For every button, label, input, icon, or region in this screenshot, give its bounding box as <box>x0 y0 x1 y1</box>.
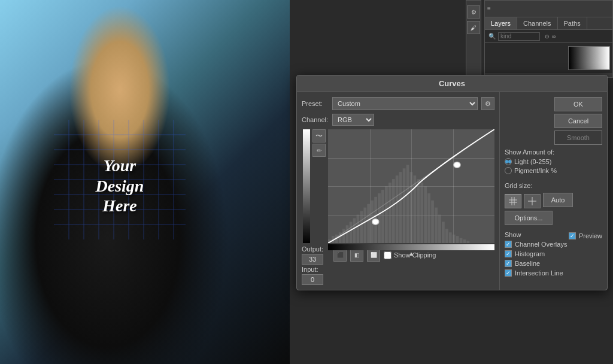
baseline-row: Baseline <box>505 260 602 267</box>
layers-toolbar: ≡ <box>485 1 612 17</box>
x-axis-area <box>328 244 494 250</box>
show-section: Show Preview Channel Overlays Histogram <box>505 231 602 279</box>
pencil-tool-button[interactable]: ✏ <box>312 144 326 157</box>
light-radio-button[interactable] <box>505 158 512 165</box>
tab-paths[interactable]: Paths <box>558 17 587 29</box>
input-label: Input: <box>302 266 329 273</box>
graph-container: ▲ <box>328 129 494 243</box>
y-axis-gradient <box>303 129 310 243</box>
filter-icon: ⊙ <box>545 34 550 40</box>
svg-point-57 <box>454 162 460 168</box>
options-button-row: Options... <box>505 211 602 225</box>
layers-search-bar: 🔍 ⊙ ∞ <box>485 30 612 43</box>
pigment-radio-button[interactable] <box>505 167 512 174</box>
output-section: Output: <box>302 245 329 265</box>
channel-row: Channel: RGB Red Green Blue <box>302 114 494 126</box>
preset-gear-button[interactable]: ⚙ <box>481 97 494 110</box>
search-input[interactable] <box>498 32 540 41</box>
layers-preview-area <box>485 43 612 73</box>
tool-panel: ⚙ 🖌 <box>466 0 481 78</box>
output-label: Output: <box>302 245 329 253</box>
channel-label: Channel: <box>302 116 329 123</box>
options-button[interactable]: Options... <box>505 211 553 225</box>
svg-point-56 <box>372 219 379 225</box>
pigment-label: Pigment/Ink % <box>514 167 557 174</box>
kind-icon: ∞ <box>552 34 556 40</box>
curves-content: Preset: Custom ⚙ Channel: RGB Red Green … <box>297 92 607 290</box>
intersection-line-label: Intersection Line <box>515 269 563 277</box>
curves-title: Curves <box>439 79 465 88</box>
curves-title-bar: Curves <box>297 75 607 92</box>
baseline-label: Baseline <box>515 260 540 267</box>
preset-select[interactable]: Custom <box>332 97 478 110</box>
auto-button[interactable]: Auto <box>543 193 573 207</box>
show-title: Show <box>505 231 521 238</box>
histogram-toggle-button[interactable]: ▲ <box>406 250 416 256</box>
grid-size-title: Grid size: <box>505 182 602 189</box>
input-value-input[interactable] <box>302 274 323 285</box>
preset-row: Preset: Custom ⚙ <box>302 97 494 110</box>
graph-area: 〜 ✏ <box>302 129 494 243</box>
channel-overlays-label: Channel Overlays <box>515 241 567 248</box>
radio-dot <box>505 160 508 163</box>
show-amount-section: Show Amount of: Light (0-255) Pigment/In… <box>505 148 602 176</box>
histogram-toggle-area: ▲ <box>328 250 494 256</box>
smooth-button[interactable]: Smooth <box>554 131 602 145</box>
main-buttons: OK Cancel Smooth <box>505 97 602 145</box>
histogram-checkbox[interactable] <box>505 250 512 257</box>
layers-tool-icon1: ≡ <box>487 5 491 12</box>
tshirt-design-text: Your Design Here <box>54 156 186 216</box>
pigment-radio-row: Pigment/Ink % <box>505 167 602 174</box>
curve-line-svg <box>328 129 494 243</box>
preview-row: Preview <box>569 232 602 239</box>
grid-buttons-group <box>505 194 541 208</box>
small-grid-icon <box>509 197 517 205</box>
graph-tools-container <box>302 129 310 243</box>
cancel-button[interactable]: Cancel <box>554 114 602 128</box>
curves-dialog: Curves Preset: Custom ⚙ Channel: RGB Red… <box>296 75 608 290</box>
brush-icon[interactable]: 🖌 <box>467 21 480 34</box>
intersection-line-checkbox[interactable] <box>505 269 512 277</box>
show-amount-title: Show Amount of: <box>505 148 602 156</box>
curves-right-panel: OK Cancel Smooth Show Amount of: Light (… <box>499 92 607 290</box>
channel-overlays-checkbox[interactable] <box>505 241 512 248</box>
tshirt-line2: Design <box>96 177 144 195</box>
output-value-input[interactable] <box>302 254 323 265</box>
preview-label: Preview <box>579 232 602 239</box>
layers-tabs: Layers Channels Paths <box>485 17 612 30</box>
intersection-line-row: Intersection Line <box>505 269 602 277</box>
grid-controls: Auto <box>505 192 602 208</box>
light-radio-row: Light (0-255) <box>505 158 602 165</box>
settings-icon[interactable]: ⚙ <box>467 5 480 19</box>
baseline-checkbox[interactable] <box>505 260 512 267</box>
ok-button[interactable]: OK <box>554 97 602 111</box>
light-label: Light (0-255) <box>514 158 551 165</box>
show-header-row: Show Preview <box>505 231 602 241</box>
histogram-label: Histogram <box>515 250 545 257</box>
small-grid-button[interactable] <box>505 194 521 208</box>
curves-graph[interactable] <box>328 129 494 243</box>
grid-size-section: Grid size: <box>505 182 602 225</box>
svg-line-55 <box>328 129 494 243</box>
x-axis-gradient <box>328 244 494 250</box>
photo-background: Your Design Here <box>0 0 299 364</box>
tab-channels[interactable]: Channels <box>517 17 557 29</box>
preview-checkbox[interactable] <box>569 232 576 239</box>
channel-overlays-row: Channel Overlays <box>505 241 602 248</box>
channel-select[interactable]: RGB Red Green Blue <box>332 114 374 126</box>
large-grid-button[interactable] <box>524 194 541 208</box>
input-row: Input: <box>302 266 494 285</box>
histogram-row: Histogram <box>505 250 602 257</box>
layers-panel: ≡ Layers Channels Paths 🔍 ⊙ ∞ <box>484 0 613 78</box>
gradient-preview <box>568 46 610 70</box>
preset-label: Preset: <box>302 100 329 107</box>
input-section: Input: <box>302 266 329 285</box>
search-icon: 🔍 <box>488 33 496 40</box>
large-grid-icon <box>528 197 536 205</box>
tshirt-line1: Your <box>104 156 136 175</box>
tshirt-line3: Here <box>102 196 137 215</box>
curve-tools: 〜 ✏ <box>312 129 326 243</box>
tab-layers[interactable]: Layers <box>485 17 517 29</box>
curves-left-panel: Preset: Custom ⚙ Channel: RGB Red Green … <box>297 92 499 290</box>
curve-tool-button[interactable]: 〜 <box>312 129 326 142</box>
